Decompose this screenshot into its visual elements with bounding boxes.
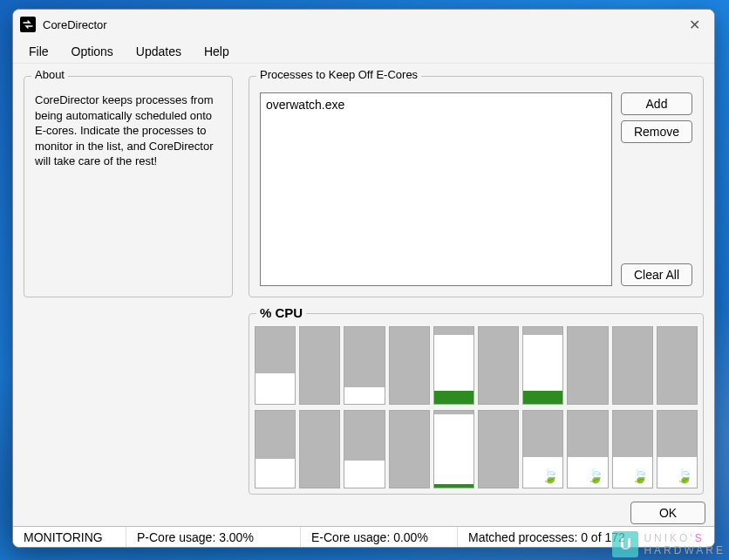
core-cell-pcore [612,326,653,405]
core-cell-pcore [255,326,296,405]
core-cell-pcore [344,326,385,405]
window-title: CoreDirector [43,18,107,31]
menu-updates[interactable]: Updates [126,41,192,62]
app-window: CoreDirector ✕ File Options Updates Help… [12,9,715,548]
close-button[interactable]: ✕ [674,10,714,39]
core-cell-pcore [478,326,519,405]
core-cell-pcore [389,326,430,405]
cpu-group: % CPU 🍃🍃🍃🍃 [249,313,704,495]
list-item[interactable]: overwatch.exe [266,97,606,113]
cpu-grid: 🍃🍃🍃🍃 [255,323,698,488]
status-mode: MONITORING [13,527,126,547]
titlebar: CoreDirector ✕ [13,10,714,39]
status-matched: Matched processes: 0 of 172 [458,527,714,547]
about-legend: About [31,68,68,81]
menu-file[interactable]: File [18,41,59,62]
core-cell-pcore [344,410,385,488]
about-text: CoreDirector keeps processes from being … [35,92,221,169]
cpu-legend: % CPU [256,305,306,320]
core-cell-pcore [433,410,474,488]
processes-group: Processes to Keep Off E-Cores overwatch.… [249,76,704,297]
menu-help[interactable]: Help [194,41,240,62]
core-cell-ecore: 🍃 [657,410,698,488]
core-cell-ecore: 🍃 [522,410,563,488]
status-ecore: E-Core usage: 0.00% [301,527,458,547]
remove-button[interactable]: Remove [621,120,692,143]
core-cell-pcore [478,410,519,488]
right-column: Processes to Keep Off E-Cores overwatch.… [249,76,704,495]
core-cell-pcore [389,410,430,488]
core-cell-pcore [299,326,340,405]
clear-all-button[interactable]: Clear All [621,263,692,286]
core-cell-pcore [433,326,474,405]
core-cell-pcore [299,410,340,488]
processes-buttons: Add Remove Clear All [621,92,692,286]
client-area: About CoreDirector keeps processes from … [13,64,714,500]
menu-options[interactable]: Options [61,41,124,62]
processes-legend: Processes to Keep Off E-Cores [256,68,421,81]
processes-listbox[interactable]: overwatch.exe [260,92,612,286]
app-icon [20,17,36,32]
cpu-row [255,326,698,405]
core-cell-pcore [255,410,296,488]
about-group: About CoreDirector keeps processes from … [24,76,233,297]
core-cell-ecore: 🍃 [567,410,608,488]
statusbar: MONITORING P-Core usage: 3.00% E-Core us… [13,526,714,547]
menubar: File Options Updates Help [13,39,714,64]
core-cell-pcore [657,326,698,405]
core-cell-pcore [567,326,608,405]
core-cell-ecore: 🍃 [612,410,653,488]
add-button[interactable]: Add [621,92,692,115]
status-pcore: P-Core usage: 3.00% [126,527,301,547]
ok-button[interactable]: OK [630,502,705,524]
cpu-row: 🍃🍃🍃🍃 [255,410,698,488]
core-cell-pcore [522,326,563,405]
